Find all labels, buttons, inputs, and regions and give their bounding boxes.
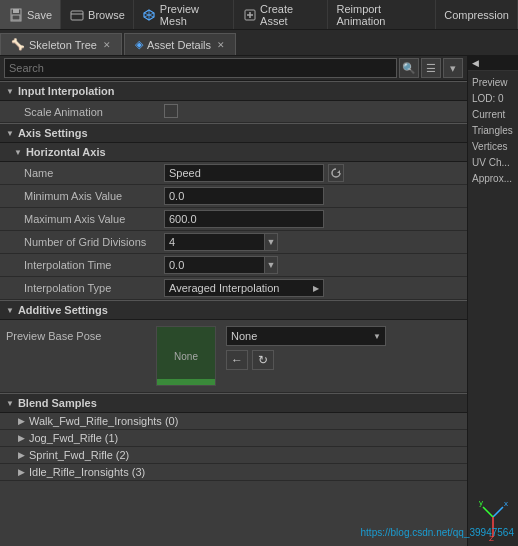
grid-divisions-row: Number of Grid Divisions ▼	[0, 231, 467, 254]
browse-icon	[69, 7, 85, 23]
interp-type-dropdown[interactable]: Averaged Interpolation ▶	[164, 279, 324, 297]
input-interpolation-arrow: ▼	[6, 87, 14, 96]
additive-settings-arrow: ▼	[6, 306, 14, 315]
axis-name-row: Name	[0, 162, 467, 185]
list-item[interactable]: ▶ Sprint_Fwd_Rifle (2)	[0, 447, 467, 464]
lod-label: LOD: 0	[472, 91, 514, 107]
input-interpolation-header[interactable]: ▼ Input Interpolation	[0, 81, 467, 101]
additive-settings-header[interactable]: ▼ Additive Settings	[0, 300, 467, 320]
input-interpolation-label: Input Interpolation	[18, 85, 115, 97]
toolbar: Save Browse Preview Mesh Create Asset Re…	[0, 0, 518, 30]
base-pose-dropdown[interactable]: None ▼	[226, 326, 386, 346]
axis-settings-header[interactable]: ▼ Axis Settings	[0, 123, 467, 143]
interp-time-input[interactable]	[164, 256, 264, 274]
min-axis-value	[160, 185, 467, 207]
blend-item-2-arrow: ▶	[18, 450, 25, 460]
create-asset-icon	[242, 7, 257, 23]
preview-base-pose-image: None	[156, 326, 216, 386]
scale-animation-checkbox[interactable]	[164, 104, 178, 118]
reimport-button[interactable]: Reimport Animation	[328, 0, 436, 29]
save-button[interactable]: Save	[0, 0, 61, 29]
filter-button[interactable]: ▾	[443, 58, 463, 78]
blend-item-3-label: Idle_Rifle_Ironsights (3)	[29, 466, 145, 478]
base-pose-controls: None ▼ ← ↻	[226, 326, 386, 370]
preview-label: Preview	[472, 75, 514, 91]
skeleton-tree-icon: 🦴	[11, 38, 25, 51]
list-view-button[interactable]: ☰	[421, 58, 441, 78]
horizontal-axis-label: Horizontal Axis	[26, 146, 106, 158]
interp-time-arrow[interactable]: ▼	[264, 256, 278, 274]
tab-asset-details-close[interactable]: ✕	[217, 40, 225, 50]
interp-type-row: Interpolation Type Averaged Interpolatio…	[0, 277, 467, 300]
svg-text:y: y	[479, 498, 483, 507]
tab-asset-details[interactable]: ◈ Asset Details ✕	[124, 33, 236, 55]
scale-animation-row: Scale Animation	[0, 101, 467, 123]
grid-divisions-input[interactable]	[164, 233, 264, 251]
min-axis-row: Minimum Axis Value	[0, 185, 467, 208]
preview-mesh-label: Preview Mesh	[160, 3, 225, 27]
interp-time-spinbox: ▼	[164, 256, 463, 274]
interp-type-dropdown-value: Averaged Interpolation	[169, 282, 280, 294]
max-axis-input[interactable]	[164, 210, 324, 228]
preview-base-pose-row: Preview Base Pose None None ▼ ← ↻	[0, 320, 467, 393]
svg-rect-3	[71, 11, 83, 20]
tab-skeleton-tree-close[interactable]: ✕	[103, 40, 111, 50]
compression-button[interactable]: Compression	[436, 0, 518, 29]
grid-divisions-spinbox: ▼	[164, 233, 463, 251]
base-pose-refresh-button[interactable]: ↻	[252, 350, 274, 370]
base-pose-dropdown-value: None	[231, 330, 257, 342]
horizontal-axis-header[interactable]: ▼ Horizontal Axis	[0, 143, 467, 162]
search-input[interactable]	[4, 58, 397, 78]
search-bar: 🔍 ☰ ▾	[0, 56, 467, 81]
create-asset-button[interactable]: Create Asset	[234, 0, 328, 29]
svg-text:Z: Z	[489, 534, 494, 542]
right-panel-content: Preview LOD: 0 Current Triangles Vertice…	[468, 71, 518, 191]
grid-divisions-label: Number of Grid Divisions	[0, 234, 160, 250]
grid-divisions-arrow[interactable]: ▼	[264, 233, 278, 251]
preview-mesh-button[interactable]: Preview Mesh	[134, 0, 234, 29]
asset-details-icon: ◈	[135, 38, 143, 51]
blend-item-0-arrow: ▶	[18, 416, 25, 426]
interp-type-value: Averaged Interpolation ▶	[160, 277, 467, 299]
max-axis-row: Maximum Axis Value	[0, 208, 467, 231]
list-item[interactable]: ▶ Walk_Fwd_Rifle_Ironsights (0)	[0, 413, 467, 430]
blend-samples-label: Blend Samples	[18, 397, 97, 409]
min-axis-label: Minimum Axis Value	[0, 188, 160, 204]
tab-bar: 🦴 Skeleton Tree ✕ ◈ Asset Details ✕	[0, 30, 518, 56]
svg-rect-1	[13, 9, 19, 13]
base-pose-buttons: ← ↻	[226, 350, 386, 370]
save-label: Save	[27, 9, 52, 21]
interp-time-row: Interpolation Time ▼	[0, 254, 467, 277]
axis-name-input[interactable]	[164, 164, 324, 182]
svg-line-14	[483, 507, 493, 517]
list-item[interactable]: ▶ Idle_Rifle_Ironsights (3)	[0, 464, 467, 481]
blend-samples-header[interactable]: ▼ Blend Samples	[0, 393, 467, 413]
list-item[interactable]: ▶ Jog_Fwd_Rifle (1)	[0, 430, 467, 447]
svg-rect-2	[12, 15, 20, 20]
preview-mesh-icon	[142, 7, 157, 23]
scale-animation-value	[160, 102, 467, 122]
additive-settings-label: Additive Settings	[18, 304, 108, 316]
svg-line-12	[493, 507, 503, 517]
search-button[interactable]: 🔍	[399, 58, 419, 78]
axis-name-label: Name	[0, 165, 160, 181]
browse-button[interactable]: Browse	[61, 0, 134, 29]
min-axis-input[interactable]	[164, 187, 324, 205]
svg-marker-11	[337, 170, 340, 173]
max-axis-value	[160, 208, 467, 230]
xyz-indicator: x y Z	[478, 492, 508, 542]
right-panel-header: ◀	[468, 56, 518, 71]
base-pose-dropdown-arrow: ▼	[373, 332, 381, 341]
tab-skeleton-tree[interactable]: 🦴 Skeleton Tree ✕	[0, 33, 122, 55]
triangles-label: Triangles	[472, 123, 514, 139]
scale-animation-label: Scale Animation	[0, 104, 160, 120]
base-pose-back-button[interactable]: ←	[226, 350, 248, 370]
vertices-label: Vertices	[472, 139, 514, 155]
axis-name-value	[160, 162, 467, 184]
reimport-label: Reimport Animation	[336, 3, 427, 27]
create-asset-label: Create Asset	[260, 3, 319, 27]
svg-text:x: x	[504, 499, 508, 508]
right-panel-expand-icon[interactable]: ◀	[472, 58, 479, 68]
axis-name-reset-button[interactable]	[328, 164, 344, 182]
preview-base-pose-label: Preview Base Pose	[6, 326, 146, 342]
